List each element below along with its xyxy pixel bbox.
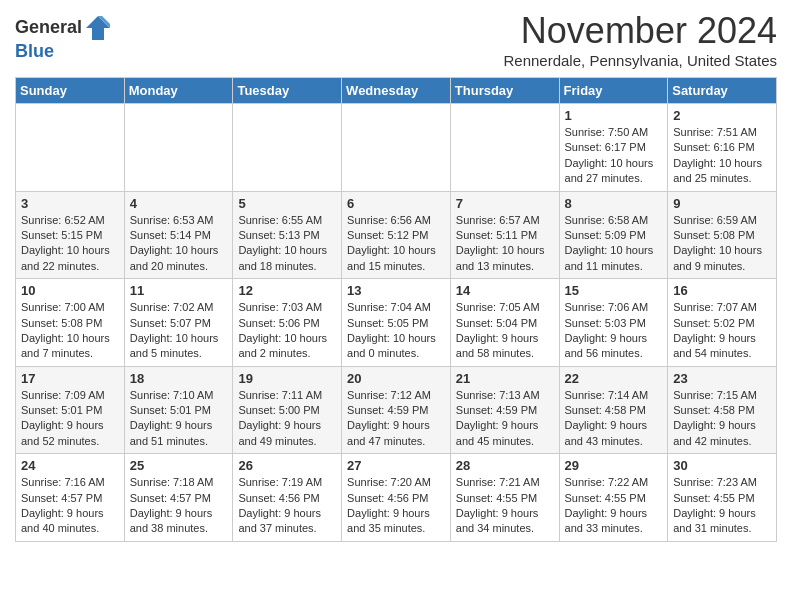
calendar-cell: 2Sunrise: 7:51 AM Sunset: 6:16 PM Daylig… — [668, 104, 777, 192]
day-info: Sunrise: 7:18 AM Sunset: 4:57 PM Dayligh… — [130, 475, 228, 537]
calendar-cell: 22Sunrise: 7:14 AM Sunset: 4:58 PM Dayli… — [559, 366, 668, 454]
calendar-cell: 24Sunrise: 7:16 AM Sunset: 4:57 PM Dayli… — [16, 454, 125, 542]
calendar-cell: 8Sunrise: 6:58 AM Sunset: 5:09 PM Daylig… — [559, 191, 668, 279]
svg-marker-0 — [86, 16, 110, 40]
day-number: 13 — [347, 283, 445, 298]
day-info: Sunrise: 7:15 AM Sunset: 4:58 PM Dayligh… — [673, 388, 771, 450]
calendar-cell: 13Sunrise: 7:04 AM Sunset: 5:05 PM Dayli… — [342, 279, 451, 367]
day-number: 24 — [21, 458, 119, 473]
day-number: 6 — [347, 196, 445, 211]
day-info: Sunrise: 6:52 AM Sunset: 5:15 PM Dayligh… — [21, 213, 119, 275]
day-info: Sunrise: 7:50 AM Sunset: 6:17 PM Dayligh… — [565, 125, 663, 187]
day-info: Sunrise: 7:05 AM Sunset: 5:04 PM Dayligh… — [456, 300, 554, 362]
day-number: 23 — [673, 371, 771, 386]
day-number: 16 — [673, 283, 771, 298]
day-number: 21 — [456, 371, 554, 386]
calendar-cell: 18Sunrise: 7:10 AM Sunset: 5:01 PM Dayli… — [124, 366, 233, 454]
day-info: Sunrise: 7:07 AM Sunset: 5:02 PM Dayligh… — [673, 300, 771, 362]
day-info: Sunrise: 7:02 AM Sunset: 5:07 PM Dayligh… — [130, 300, 228, 362]
calendar-cell: 11Sunrise: 7:02 AM Sunset: 5:07 PM Dayli… — [124, 279, 233, 367]
calendar-cell: 7Sunrise: 6:57 AM Sunset: 5:11 PM Daylig… — [450, 191, 559, 279]
month-title: November 2024 — [503, 10, 777, 52]
day-info: Sunrise: 7:10 AM Sunset: 5:01 PM Dayligh… — [130, 388, 228, 450]
day-info: Sunrise: 7:11 AM Sunset: 5:00 PM Dayligh… — [238, 388, 336, 450]
day-number: 19 — [238, 371, 336, 386]
logo-blue: Blue — [15, 42, 112, 62]
day-number: 10 — [21, 283, 119, 298]
column-header-thursday: Thursday — [450, 78, 559, 104]
calendar-header-row: SundayMondayTuesdayWednesdayThursdayFrid… — [16, 78, 777, 104]
day-info: Sunrise: 7:00 AM Sunset: 5:08 PM Dayligh… — [21, 300, 119, 362]
day-info: Sunrise: 7:14 AM Sunset: 4:58 PM Dayligh… — [565, 388, 663, 450]
day-number: 3 — [21, 196, 119, 211]
day-info: Sunrise: 6:59 AM Sunset: 5:08 PM Dayligh… — [673, 213, 771, 275]
day-number: 5 — [238, 196, 336, 211]
day-info: Sunrise: 7:13 AM Sunset: 4:59 PM Dayligh… — [456, 388, 554, 450]
column-header-tuesday: Tuesday — [233, 78, 342, 104]
day-number: 15 — [565, 283, 663, 298]
day-info: Sunrise: 7:03 AM Sunset: 5:06 PM Dayligh… — [238, 300, 336, 362]
day-number: 28 — [456, 458, 554, 473]
calendar-cell: 5Sunrise: 6:55 AM Sunset: 5:13 PM Daylig… — [233, 191, 342, 279]
calendar-cell: 16Sunrise: 7:07 AM Sunset: 5:02 PM Dayli… — [668, 279, 777, 367]
day-number: 22 — [565, 371, 663, 386]
day-info: Sunrise: 7:12 AM Sunset: 4:59 PM Dayligh… — [347, 388, 445, 450]
column-header-wednesday: Wednesday — [342, 78, 451, 104]
calendar-cell: 15Sunrise: 7:06 AM Sunset: 5:03 PM Dayli… — [559, 279, 668, 367]
column-header-saturday: Saturday — [668, 78, 777, 104]
column-header-monday: Monday — [124, 78, 233, 104]
day-number: 29 — [565, 458, 663, 473]
calendar-cell: 25Sunrise: 7:18 AM Sunset: 4:57 PM Dayli… — [124, 454, 233, 542]
day-info: Sunrise: 7:20 AM Sunset: 4:56 PM Dayligh… — [347, 475, 445, 537]
calendar-cell — [450, 104, 559, 192]
day-info: Sunrise: 6:55 AM Sunset: 5:13 PM Dayligh… — [238, 213, 336, 275]
day-info: Sunrise: 7:04 AM Sunset: 5:05 PM Dayligh… — [347, 300, 445, 362]
day-info: Sunrise: 7:09 AM Sunset: 5:01 PM Dayligh… — [21, 388, 119, 450]
calendar-week-row: 1Sunrise: 7:50 AM Sunset: 6:17 PM Daylig… — [16, 104, 777, 192]
day-number: 7 — [456, 196, 554, 211]
calendar-cell: 27Sunrise: 7:20 AM Sunset: 4:56 PM Dayli… — [342, 454, 451, 542]
calendar-cell: 14Sunrise: 7:05 AM Sunset: 5:04 PM Dayli… — [450, 279, 559, 367]
day-number: 8 — [565, 196, 663, 211]
day-info: Sunrise: 7:21 AM Sunset: 4:55 PM Dayligh… — [456, 475, 554, 537]
day-number: 27 — [347, 458, 445, 473]
day-info: Sunrise: 7:51 AM Sunset: 6:16 PM Dayligh… — [673, 125, 771, 187]
title-block: November 2024 Rennerdale, Pennsylvania, … — [503, 10, 777, 69]
calendar-cell: 26Sunrise: 7:19 AM Sunset: 4:56 PM Dayli… — [233, 454, 342, 542]
day-number: 26 — [238, 458, 336, 473]
calendar-cell — [233, 104, 342, 192]
calendar-table: SundayMondayTuesdayWednesdayThursdayFrid… — [15, 77, 777, 542]
day-number: 14 — [456, 283, 554, 298]
day-number: 2 — [673, 108, 771, 123]
day-number: 20 — [347, 371, 445, 386]
logo: General Blue — [15, 14, 112, 62]
column-header-friday: Friday — [559, 78, 668, 104]
calendar-cell: 1Sunrise: 7:50 AM Sunset: 6:17 PM Daylig… — [559, 104, 668, 192]
day-info: Sunrise: 6:56 AM Sunset: 5:12 PM Dayligh… — [347, 213, 445, 275]
day-number: 4 — [130, 196, 228, 211]
calendar-cell: 21Sunrise: 7:13 AM Sunset: 4:59 PM Dayli… — [450, 366, 559, 454]
calendar-week-row: 10Sunrise: 7:00 AM Sunset: 5:08 PM Dayli… — [16, 279, 777, 367]
day-info: Sunrise: 6:57 AM Sunset: 5:11 PM Dayligh… — [456, 213, 554, 275]
calendar-cell: 20Sunrise: 7:12 AM Sunset: 4:59 PM Dayli… — [342, 366, 451, 454]
day-info: Sunrise: 6:58 AM Sunset: 5:09 PM Dayligh… — [565, 213, 663, 275]
calendar-cell: 29Sunrise: 7:22 AM Sunset: 4:55 PM Dayli… — [559, 454, 668, 542]
calendar-cell: 30Sunrise: 7:23 AM Sunset: 4:55 PM Dayli… — [668, 454, 777, 542]
day-info: Sunrise: 7:19 AM Sunset: 4:56 PM Dayligh… — [238, 475, 336, 537]
logo-icon — [84, 14, 112, 42]
day-number: 25 — [130, 458, 228, 473]
day-number: 11 — [130, 283, 228, 298]
calendar-cell: 4Sunrise: 6:53 AM Sunset: 5:14 PM Daylig… — [124, 191, 233, 279]
day-info: Sunrise: 7:16 AM Sunset: 4:57 PM Dayligh… — [21, 475, 119, 537]
calendar-week-row: 24Sunrise: 7:16 AM Sunset: 4:57 PM Dayli… — [16, 454, 777, 542]
calendar-cell: 28Sunrise: 7:21 AM Sunset: 4:55 PM Dayli… — [450, 454, 559, 542]
day-number: 9 — [673, 196, 771, 211]
calendar-cell — [16, 104, 125, 192]
calendar-cell: 12Sunrise: 7:03 AM Sunset: 5:06 PM Dayli… — [233, 279, 342, 367]
calendar-cell: 6Sunrise: 6:56 AM Sunset: 5:12 PM Daylig… — [342, 191, 451, 279]
calendar-cell: 19Sunrise: 7:11 AM Sunset: 5:00 PM Dayli… — [233, 366, 342, 454]
day-number: 30 — [673, 458, 771, 473]
day-number: 1 — [565, 108, 663, 123]
day-number: 18 — [130, 371, 228, 386]
day-number: 12 — [238, 283, 336, 298]
